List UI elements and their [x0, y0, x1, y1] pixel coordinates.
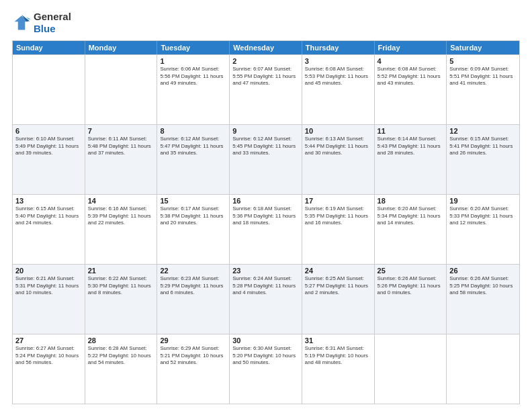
- cell-info: Sunrise: 6:29 AM Sunset: 5:21 PM Dayligh…: [160, 345, 226, 367]
- cell-day-number: 25: [378, 267, 444, 275]
- cell-info: Sunrise: 6:23 AM Sunset: 5:29 PM Dayligh…: [160, 275, 226, 297]
- cal-header-tuesday: Tuesday: [157, 41, 230, 54]
- cell-day-number: 19: [449, 197, 517, 205]
- calendar-body: 1Sunrise: 6:06 AM Sunset: 5:56 PM Daylig…: [13, 54, 519, 404]
- cell-day-number: 31: [305, 336, 371, 345]
- cell-info: Sunrise: 6:15 AM Sunset: 5:40 PM Dayligh…: [15, 205, 82, 227]
- cell-day-number: 15: [160, 197, 226, 205]
- calendar-cell: 13Sunrise: 6:15 AM Sunset: 5:40 PM Dayli…: [13, 195, 85, 264]
- calendar-cell: 8Sunrise: 6:12 AM Sunset: 5:47 PM Daylig…: [157, 125, 230, 194]
- cell-info: Sunrise: 6:24 AM Sunset: 5:28 PM Dayligh…: [232, 275, 299, 297]
- cell-day-number: 22: [160, 267, 226, 275]
- cell-info: Sunrise: 6:13 AM Sunset: 5:44 PM Dayligh…: [305, 136, 371, 157]
- cell-info: Sunrise: 6:14 AM Sunset: 5:43 PM Dayligh…: [378, 136, 444, 157]
- cell-info: Sunrise: 6:30 AM Sunset: 5:20 PM Dayligh…: [232, 345, 299, 367]
- calendar-cell: 26Sunrise: 6:26 AM Sunset: 5:25 PM Dayli…: [447, 265, 519, 334]
- cell-info: Sunrise: 6:17 AM Sunset: 5:38 PM Dayligh…: [160, 205, 226, 227]
- cell-info: Sunrise: 6:08 AM Sunset: 5:53 PM Dayligh…: [305, 66, 371, 87]
- calendar-row-3: 20Sunrise: 6:21 AM Sunset: 5:31 PM Dayli…: [13, 264, 519, 334]
- cell-info: Sunrise: 6:11 AM Sunset: 5:48 PM Dayligh…: [88, 136, 154, 157]
- calendar-cell: 4Sunrise: 6:08 AM Sunset: 5:52 PM Daylig…: [375, 55, 447, 124]
- calendar-cell: [375, 334, 447, 404]
- cell-day-number: 13: [15, 197, 82, 205]
- cell-day-number: 4: [378, 57, 444, 65]
- cell-day-number: 28: [88, 336, 154, 345]
- calendar-cell: 11Sunrise: 6:14 AM Sunset: 5:43 PM Dayli…: [375, 125, 447, 194]
- cell-info: Sunrise: 6:31 AM Sunset: 5:19 PM Dayligh…: [305, 345, 371, 367]
- calendar-row-2: 13Sunrise: 6:15 AM Sunset: 5:40 PM Dayli…: [13, 194, 519, 264]
- cell-info: Sunrise: 6:19 AM Sunset: 5:35 PM Dayligh…: [305, 205, 371, 227]
- calendar-cell: 1Sunrise: 6:06 AM Sunset: 5:56 PM Daylig…: [157, 55, 230, 124]
- cell-day-number: 6: [15, 127, 82, 135]
- svg-marker-0: [15, 16, 29, 30]
- cal-header-sunday: Sunday: [13, 41, 85, 54]
- logo-blue: Blue: [34, 23, 56, 34]
- cell-day-number: 16: [232, 197, 299, 205]
- calendar: SundayMondayTuesdayWednesdayThursdayFrid…: [12, 40, 520, 404]
- cell-day-number: 29: [160, 336, 226, 345]
- calendar-cell: 17Sunrise: 6:19 AM Sunset: 5:35 PM Dayli…: [302, 195, 375, 264]
- calendar-cell: 14Sunrise: 6:16 AM Sunset: 5:39 PM Dayli…: [85, 195, 158, 264]
- cell-day-number: 17: [305, 197, 371, 205]
- cal-header-friday: Friday: [375, 41, 447, 54]
- calendar-cell: [85, 55, 158, 124]
- calendar-cell: 21Sunrise: 6:22 AM Sunset: 5:30 PM Dayli…: [85, 265, 158, 334]
- cell-info: Sunrise: 6:16 AM Sunset: 5:39 PM Dayligh…: [88, 205, 154, 227]
- calendar-cell: 12Sunrise: 6:15 AM Sunset: 5:41 PM Dayli…: [447, 125, 519, 194]
- cell-info: Sunrise: 6:06 AM Sunset: 5:56 PM Dayligh…: [160, 66, 226, 87]
- cell-info: Sunrise: 6:26 AM Sunset: 5:26 PM Dayligh…: [378, 275, 444, 297]
- calendar-cell: 25Sunrise: 6:26 AM Sunset: 5:26 PM Dayli…: [375, 265, 447, 334]
- calendar-cell: 9Sunrise: 6:12 AM Sunset: 5:45 PM Daylig…: [230, 125, 302, 194]
- cell-day-number: 11: [378, 127, 444, 135]
- cell-day-number: 5: [449, 57, 517, 65]
- calendar-row-1: 6Sunrise: 6:10 AM Sunset: 5:49 PM Daylig…: [13, 124, 519, 194]
- cell-day-number: 9: [232, 127, 299, 135]
- cal-header-saturday: Saturday: [447, 41, 519, 54]
- cell-day-number: 24: [305, 267, 371, 275]
- cell-info: Sunrise: 6:28 AM Sunset: 5:22 PM Dayligh…: [88, 345, 154, 367]
- cell-day-number: 12: [449, 127, 517, 135]
- cell-day-number: 26: [449, 267, 517, 275]
- cell-day-number: 18: [378, 197, 444, 205]
- calendar-header: SundayMondayTuesdayWednesdayThursdayFrid…: [13, 41, 519, 54]
- cal-header-thursday: Thursday: [302, 41, 375, 54]
- calendar-cell: 30Sunrise: 6:30 AM Sunset: 5:20 PM Dayli…: [230, 334, 302, 404]
- cell-info: Sunrise: 6:27 AM Sunset: 5:24 PM Dayligh…: [15, 345, 82, 367]
- cell-info: Sunrise: 6:10 AM Sunset: 5:49 PM Dayligh…: [15, 136, 82, 157]
- cell-info: Sunrise: 6:07 AM Sunset: 5:55 PM Dayligh…: [232, 66, 299, 87]
- calendar-cell: [13, 55, 85, 124]
- calendar-cell: [447, 334, 519, 404]
- logo-icon: [12, 13, 31, 32]
- calendar-row-4: 27Sunrise: 6:27 AM Sunset: 5:24 PM Dayli…: [13, 334, 519, 404]
- logo: General Blue: [12, 11, 71, 35]
- cell-day-number: 20: [15, 267, 82, 275]
- calendar-cell: 31Sunrise: 6:31 AM Sunset: 5:19 PM Dayli…: [302, 334, 375, 404]
- calendar-cell: 2Sunrise: 6:07 AM Sunset: 5:55 PM Daylig…: [230, 55, 302, 124]
- logo-general: General: [34, 11, 71, 22]
- cal-header-monday: Monday: [85, 41, 158, 54]
- cell-info: Sunrise: 6:22 AM Sunset: 5:30 PM Dayligh…: [88, 275, 154, 297]
- cell-info: Sunrise: 6:12 AM Sunset: 5:47 PM Dayligh…: [160, 136, 226, 157]
- calendar-cell: 19Sunrise: 6:20 AM Sunset: 5:33 PM Dayli…: [447, 195, 519, 264]
- calendar-cell: 20Sunrise: 6:21 AM Sunset: 5:31 PM Dayli…: [13, 265, 85, 334]
- cell-day-number: 23: [232, 267, 299, 275]
- calendar-cell: 5Sunrise: 6:09 AM Sunset: 5:51 PM Daylig…: [447, 55, 519, 124]
- header: General Blue: [12, 11, 520, 35]
- calendar-cell: 6Sunrise: 6:10 AM Sunset: 5:49 PM Daylig…: [13, 125, 85, 194]
- calendar-cell: 22Sunrise: 6:23 AM Sunset: 5:29 PM Dayli…: [157, 265, 230, 334]
- cell-info: Sunrise: 6:18 AM Sunset: 5:36 PM Dayligh…: [232, 205, 299, 227]
- cell-day-number: 7: [88, 127, 154, 135]
- calendar-cell: 24Sunrise: 6:25 AM Sunset: 5:27 PM Dayli…: [302, 265, 375, 334]
- cell-day-number: 1: [160, 57, 226, 65]
- calendar-cell: 23Sunrise: 6:24 AM Sunset: 5:28 PM Dayli…: [230, 265, 302, 334]
- cell-day-number: 30: [232, 336, 299, 345]
- cell-info: Sunrise: 6:15 AM Sunset: 5:41 PM Dayligh…: [449, 136, 517, 157]
- cell-info: Sunrise: 6:20 AM Sunset: 5:33 PM Dayligh…: [449, 205, 517, 227]
- calendar-cell: 27Sunrise: 6:27 AM Sunset: 5:24 PM Dayli…: [13, 334, 85, 404]
- cell-info: Sunrise: 6:26 AM Sunset: 5:25 PM Dayligh…: [449, 275, 517, 297]
- cell-day-number: 14: [88, 197, 154, 205]
- cell-info: Sunrise: 6:20 AM Sunset: 5:34 PM Dayligh…: [378, 205, 444, 227]
- calendar-cell: 16Sunrise: 6:18 AM Sunset: 5:36 PM Dayli…: [230, 195, 302, 264]
- calendar-cell: 10Sunrise: 6:13 AM Sunset: 5:44 PM Dayli…: [302, 125, 375, 194]
- cal-header-wednesday: Wednesday: [230, 41, 302, 54]
